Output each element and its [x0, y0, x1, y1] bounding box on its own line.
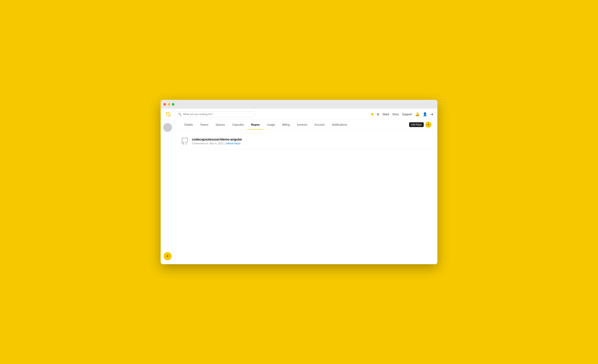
- connected-date: Connected on: Nov 9, 2022 |: [192, 142, 225, 145]
- add-repo-tooltip: Add Repo: [409, 122, 424, 127]
- app-content: 🔍 ⊞ Slack Docs Support 🔔 👤 ➜ +: [161, 109, 437, 264]
- tab-details[interactable]: Details: [181, 120, 197, 129]
- tab-usage[interactable]: Usage: [263, 120, 279, 129]
- svg-point-4: [168, 114, 169, 115]
- tab-invoices[interactable]: Invoices: [293, 120, 311, 129]
- maximize-button[interactable]: [172, 103, 174, 106]
- user-icon[interactable]: 👤: [423, 112, 427, 116]
- status-dot: [371, 113, 374, 115]
- tab-account[interactable]: Account: [311, 120, 328, 129]
- docs-link[interactable]: Docs: [392, 113, 399, 116]
- navbar: 🔍 ⊞ Slack Docs Support 🔔 👤 ➜: [161, 109, 437, 120]
- add-repo-area: Add Repo +: [409, 122, 431, 128]
- svg-point-7: [168, 115, 169, 116]
- svg-point-5: [169, 114, 170, 115]
- svg-point-3: [166, 114, 167, 115]
- add-repo-button[interactable]: +: [425, 122, 431, 128]
- title-bar: [161, 100, 437, 109]
- svg-point-8: [169, 115, 170, 116]
- repo-info: codecapsulesuser/demo-angular Connected …: [192, 138, 242, 145]
- logout-icon[interactable]: ➜: [430, 112, 433, 116]
- slack-icon: ⊞: [377, 113, 379, 116]
- content-area: Details Teams Spaces Capsules Repos Usag…: [175, 120, 437, 264]
- support-link[interactable]: Support: [402, 113, 412, 116]
- avatar: [163, 123, 172, 132]
- svg-point-2: [169, 112, 170, 113]
- tabs-bar: Details Teams Spaces Capsules Repos Usag…: [175, 120, 437, 130]
- repo-meta: Connected on: Nov 9, 2022 | Github Repo: [192, 142, 242, 145]
- sidebar: +: [161, 120, 175, 264]
- github-icon: [181, 137, 189, 145]
- notification-icon[interactable]: 🔔: [415, 112, 420, 116]
- main-layout: + Details Teams Spaces Capsules Repos Us…: [161, 120, 437, 264]
- search-bar[interactable]: 🔍: [175, 111, 255, 117]
- slack-link[interactable]: Slack: [382, 113, 389, 116]
- tab-billing[interactable]: Billing: [279, 120, 293, 129]
- add-button-sidebar[interactable]: +: [164, 252, 172, 260]
- nav-right: ⊞ Slack Docs Support 🔔 👤 ➜: [371, 112, 433, 116]
- minimize-button[interactable]: [168, 103, 170, 106]
- table-row: codecapsulesuser/demo-angular Connected …: [181, 134, 431, 149]
- search-icon: 🔍: [178, 113, 182, 116]
- search-input[interactable]: [183, 113, 252, 116]
- svg-point-6: [166, 115, 167, 116]
- github-repo-link[interactable]: Github Repo: [226, 142, 241, 145]
- svg-point-0: [166, 112, 167, 113]
- mac-window: 🔍 ⊞ Slack Docs Support 🔔 👤 ➜ +: [161, 100, 437, 264]
- tab-repos[interactable]: Repos: [248, 120, 263, 129]
- repo-name: codecapsulesuser/demo-angular: [192, 138, 242, 141]
- tab-capsules[interactable]: Capsules: [229, 120, 248, 129]
- sidebar-bottom: +: [164, 252, 172, 260]
- tab-teams[interactable]: Teams: [197, 120, 212, 129]
- logo[interactable]: [165, 111, 172, 118]
- tab-spaces[interactable]: Spaces: [212, 120, 229, 129]
- tab-notifications[interactable]: Notifications: [328, 120, 351, 129]
- close-button[interactable]: [163, 103, 166, 106]
- svg-point-1: [168, 112, 169, 113]
- repo-list: codecapsulesuser/demo-angular Connected …: [175, 130, 437, 153]
